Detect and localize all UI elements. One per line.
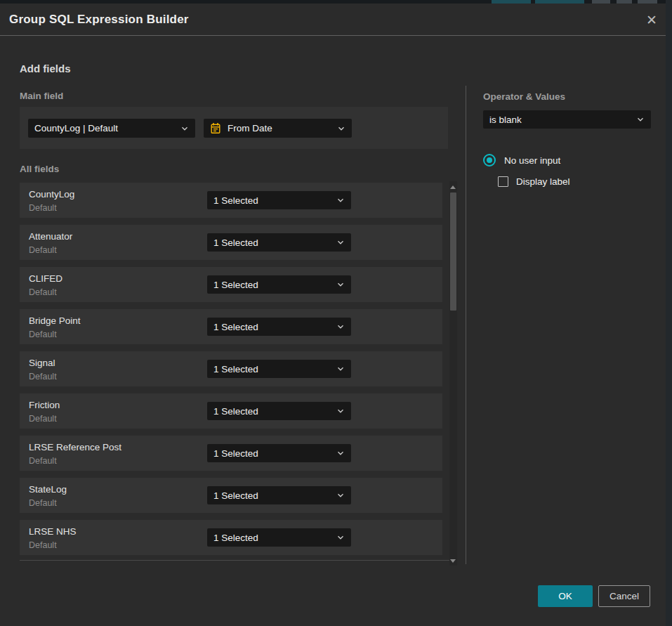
field-selected-value: 1 Selected [213,364,332,374]
field-sublabel: Default [29,203,57,213]
main-layer-dropdown-value: CountyLog | Default [34,123,176,133]
display-label-checkbox[interactable]: Display label [498,176,570,187]
chevron-down-icon [336,533,345,542]
chevron-down-icon [337,124,345,133]
field-sublabel: Default [29,372,57,382]
field-sublabel: Default [29,540,57,550]
operator-dropdown[interactable]: is blank [483,110,651,129]
field-row: LRSE NHS Default 1 Selected [20,520,442,555]
field-row: CountyLog Default 1 Selected [20,183,442,218]
display-label-text: Display label [516,176,570,187]
field-name: CLIFED [29,273,62,284]
field-selected-value: 1 Selected [213,322,332,332]
field-row: Signal Default 1 Selected [20,351,442,386]
field-selected-dropdown[interactable]: 1 Selected [207,360,351,378]
scrollbar[interactable] [449,181,457,566]
chevron-down-icon [336,280,345,289]
field-selected-dropdown[interactable]: 1 Selected [207,528,351,547]
chevron-down-icon [336,449,345,457]
field-row: StateLog Default 1 Selected [20,478,442,513]
field-selected-value: 1 Selected [213,533,332,543]
chevron-down-icon [180,124,189,133]
checkbox-unchecked-icon [498,176,508,187]
field-row: LRSE Reference Post Default 1 Selected [20,436,442,471]
chevron-down-icon [336,238,345,247]
add-fields-heading: Add fields [20,63,71,74]
field-name: Attenuator [29,231,72,242]
chevron-down-icon [336,365,345,373]
scroll-down-icon[interactable] [450,559,456,563]
main-field-label: Main field [20,91,63,101]
field-name: Friction [29,400,60,410]
chevron-down-icon [336,322,345,331]
field-selected-dropdown[interactable]: 1 Selected [207,486,351,504]
chevron-down-icon [336,196,345,204]
field-row: Friction Default 1 Selected [20,393,442,429]
all-fields-label: All fields [20,164,59,174]
cancel-button[interactable]: Cancel [598,585,650,607]
field-selected-dropdown[interactable]: 1 Selected [207,191,351,209]
field-name: Bridge Point [29,315,81,326]
field-selected-value: 1 Selected [213,195,332,206]
chevron-down-icon [636,115,645,124]
field-selected-value: 1 Selected [213,237,332,248]
field-selected-dropdown[interactable]: 1 Selected [207,233,351,252]
dialog-header: Group SQL Expression Builder ✕ [0,4,666,36]
dialog-title: Group SQL Expression Builder [9,4,189,36]
field-selected-dropdown[interactable]: 1 Selected [207,318,351,336]
no-user-input-label: No user input [504,155,560,166]
chevron-down-icon [336,491,345,500]
field-row: Bridge Point Default 1 Selected [20,309,442,344]
field-selected-dropdown[interactable]: 1 Selected [207,444,351,462]
field-selected-value: 1 Selected [213,406,332,417]
operator-values-label: Operator & Values [483,91,565,102]
ok-button[interactable]: OK [538,585,593,607]
background-right-strip [666,0,672,626]
close-icon[interactable]: ✕ [642,11,661,29]
operator-dropdown-value: is blank [489,115,632,125]
field-selected-value: 1 Selected [213,448,332,459]
field-name: CountyLog [29,189,74,200]
field-selected-dropdown[interactable]: 1 Selected [207,275,351,294]
field-name: Signal [29,358,55,368]
field-sublabel: Default [29,414,57,424]
field-selected-value: 1 Selected [213,490,332,501]
field-sublabel: Default [29,498,57,508]
chevron-down-icon [336,407,345,415]
calendar-icon [210,122,221,134]
vertical-divider [466,86,466,564]
radio-selected-icon [483,154,496,167]
field-sublabel: Default [29,245,57,255]
group-sql-expression-builder-dialog: Group SQL Expression Builder ✕ Add field… [0,4,666,626]
scroll-up-icon[interactable] [450,185,456,189]
no-user-input-radio[interactable]: No user input [483,154,560,167]
field-row: Attenuator Default 1 Selected [20,225,442,260]
main-field-panel: CountyLog | Default From Date [20,107,448,149]
main-field-dropdown[interactable]: From Date [204,119,352,138]
field-name: LRSE NHS [29,526,77,537]
field-selected-dropdown[interactable]: 1 Selected [207,402,351,420]
main-layer-dropdown[interactable]: CountyLog | Default [28,119,195,138]
field-sublabel: Default [29,456,57,466]
field-sublabel: Default [29,330,57,339]
main-field-dropdown-value: From Date [228,123,333,133]
field-selected-value: 1 Selected [213,280,332,290]
field-sublabel: Default [29,287,57,297]
scrollbar-thumb[interactable] [450,193,456,311]
field-name: LRSE Reference Post [29,442,121,452]
field-row: CLIFED Default 1 Selected [20,267,442,302]
field-name: StateLog [29,484,67,495]
all-fields-list: CountyLog Default 1 Selected Attenuator … [20,183,442,562]
list-bottom-border [20,560,457,561]
